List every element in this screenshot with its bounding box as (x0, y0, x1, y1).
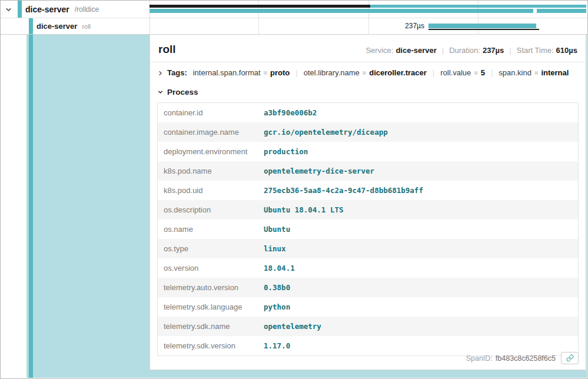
process-row: k8s.pod.nameopentelemetry-dice-server (158, 161, 579, 181)
process-key: os.version (158, 258, 258, 278)
process-row: deployment.environmentproduction (158, 142, 579, 161)
process-key: telemetry.sdk.name (158, 317, 258, 336)
chevron-right-icon[interactable] (157, 70, 164, 77)
process-value: opentelemetry-dice-server (258, 161, 579, 181)
service-color-bar (29, 18, 33, 34)
process-row: os.typelinux (158, 239, 579, 258)
span-detail-region: roll Service: dice-server | Duration: 23… (26, 35, 587, 378)
tag-key: roll.value (440, 68, 471, 78)
tag-value: proto (270, 68, 290, 78)
tag-value: diceroller.tracer (369, 68, 427, 78)
process-value: 18.04.1 (258, 258, 579, 278)
process-row: telemetry.auto.version0.38b0 (158, 278, 579, 297)
tag-item: internal.span.format=proto (193, 68, 290, 78)
process-row: container.ida3bf90e006b2 (158, 103, 579, 123)
service-value: dice-server (396, 46, 436, 55)
process-key: telemetry.auto.version (158, 278, 258, 297)
process-toggle[interactable]: Process (150, 84, 586, 100)
process-key: os.description (158, 200, 258, 220)
process-key: deployment.environment (158, 142, 258, 161)
tag-item: span.kind=internal (485, 68, 569, 78)
process-value: gcr.io/opentelemetry/diceapp (258, 122, 579, 142)
span-duration-label: 237µs (382, 18, 424, 34)
tag-value: internal (541, 68, 569, 78)
process-key: os.type (158, 239, 258, 258)
stat-separator: | (509, 46, 511, 55)
link-icon (566, 354, 574, 362)
process-key: k8s.pod.name (158, 161, 258, 181)
start-time-value: 610µs (556, 46, 577, 55)
tag-item: roll.value=5 (427, 68, 485, 78)
service-label: Service: (366, 46, 393, 55)
start-time-label: Start Time: (517, 46, 554, 55)
tag-equals: = (264, 68, 267, 78)
chevron-down-icon[interactable] (157, 89, 164, 95)
span-stats: Service: dice-server | Duration: 237µs |… (366, 46, 577, 55)
process-table: container.ida3bf90e006b2container.image.… (157, 102, 579, 356)
process-row: os.nameUbuntu (158, 220, 579, 239)
span-title: roll (158, 43, 176, 56)
process-key: telemetry.sdk.language (158, 297, 258, 317)
process-row: container.image.namegcr.io/opentelemetry… (158, 122, 579, 142)
process-value: 275ecb36-5aa8-4c2a-9c47-d8bb681b9aff (258, 181, 579, 200)
detail-header: roll Service: dice-server | Duration: 23… (150, 35, 586, 62)
span-bar[interactable] (150, 9, 533, 13)
process-table-body: container.ida3bf90e006b2container.image.… (158, 103, 579, 356)
process-value: python (258, 297, 579, 317)
process-key: container.id (158, 103, 258, 123)
process-value: opentelemetry (258, 317, 579, 336)
spanid-label: SpanID: (466, 354, 493, 363)
deep-link-button[interactable] (561, 352, 579, 364)
process-row: os.version18.04.1 (158, 258, 579, 278)
process-key: os.name (158, 220, 258, 239)
span-bar-child-overlay[interactable] (150, 5, 370, 8)
process-value: linux (258, 239, 579, 258)
process-value: 0.38b0 (258, 278, 579, 297)
process-row: telemetry.sdk.nameopentelemetry (158, 317, 579, 336)
span-operation-name: roll (82, 23, 91, 30)
tag-key: span.kind (499, 68, 531, 78)
process-row: os.descriptionUbuntu 18.04.1 LTS (158, 200, 579, 220)
process-value: production (258, 142, 579, 161)
tag-equals: = (534, 68, 538, 78)
span-bar-overlay (428, 29, 539, 30)
span-detail-card: roll Service: dice-server | Duration: 23… (150, 35, 586, 370)
tag-key: otel.library.name (304, 68, 360, 78)
process-value: a3bf90e006b2 (258, 103, 579, 123)
tags-toggle[interactable]: Tags: internal.span.format=protootel.lib… (150, 62, 586, 84)
trace-view: dice-server /rolldice dice-server roll 2… (0, 0, 588, 379)
span-bar[interactable] (428, 24, 536, 28)
process-row: k8s.pod.uid275ecb36-5aa8-4c2a-9c47-d8bb6… (158, 181, 579, 200)
service-color-bar (18, 1, 22, 18)
tags-list: internal.span.format=protootel.library.n… (193, 68, 569, 78)
span-row-selected[interactable]: dice-server roll 237µs (1, 18, 587, 35)
tag-equals: = (363, 68, 366, 78)
process-label: Process (167, 88, 198, 97)
span-service-name[interactable]: dice-server (36, 22, 77, 31)
duration-value: 237µs (483, 46, 504, 55)
indent-guide-bar (29, 35, 33, 378)
process-value: Ubuntu (258, 220, 579, 239)
detail-footer: SpanID: fb483c8c6258f6c5 (150, 347, 586, 370)
span-service-name[interactable]: dice-server (25, 5, 69, 14)
tag-key: internal.span.format (193, 68, 261, 78)
tag-equals: = (474, 68, 477, 78)
process-value: Ubuntu 18.04.1 LTS (258, 200, 579, 220)
tag-item: otel.library.name=diceroller.tracer (290, 68, 427, 78)
chevron-down-icon[interactable] (5, 5, 12, 13)
span-bar-segment[interactable] (537, 9, 586, 13)
duration-label: Duration: (449, 46, 480, 55)
span-row-parent[interactable]: dice-server /rolldice (1, 1, 587, 18)
spanid-value: fb483c8c6258f6c5 (496, 354, 556, 363)
span-bar-segment[interactable] (370, 5, 586, 8)
process-key: k8s.pod.uid (158, 181, 258, 200)
process-key: container.image.name (158, 122, 258, 142)
stat-separator: | (442, 46, 444, 55)
tag-value: 5 (481, 68, 485, 78)
tags-label: Tags: (167, 68, 187, 78)
span-operation-name: /rolldice (75, 5, 99, 14)
process-row: telemetry.sdk.languagepython (158, 297, 579, 317)
